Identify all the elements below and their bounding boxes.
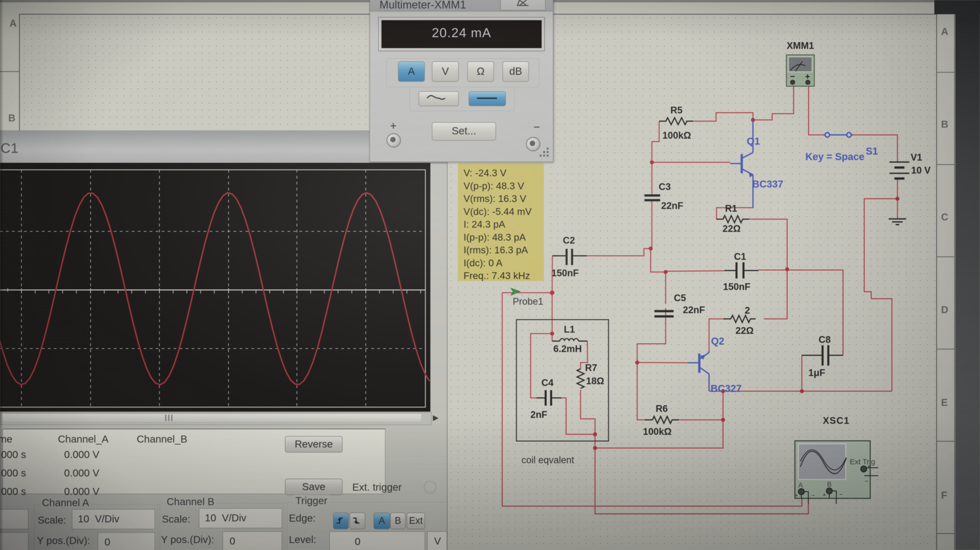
svg-text:XMM1: XMM1 — [787, 40, 814, 51]
svg-text:22Ω: 22Ω — [735, 325, 754, 336]
svg-text:Ext Trig: Ext Trig — [850, 458, 875, 466]
svg-text:−: − — [811, 492, 815, 499]
svg-text:E: E — [941, 397, 948, 408]
svg-text:D: D — [941, 304, 948, 315]
svg-text:L1: L1 — [564, 324, 575, 334]
svg-text:C3: C3 — [659, 182, 671, 192]
svg-text:R6: R6 — [655, 403, 668, 414]
svg-text:150nF: 150nF — [551, 268, 579, 278]
svg-text:−: − — [865, 478, 868, 484]
svg-text:C: C — [941, 211, 948, 222]
svg-text:10 V: 10 V — [911, 165, 931, 176]
svg-text:R5: R5 — [670, 105, 682, 116]
svg-text:150nF: 150nF — [723, 282, 751, 292]
svg-text:A: A — [799, 482, 803, 489]
svg-text:XSC1: XSC1 — [823, 415, 850, 426]
svg-text:Q2: Q2 — [711, 336, 724, 347]
svg-text:V1: V1 — [911, 152, 922, 163]
svg-text:+: + — [805, 71, 810, 81]
svg-text:BC337: BC337 — [752, 179, 783, 190]
svg-text:R7: R7 — [585, 363, 597, 373]
svg-text:A: A — [10, 18, 17, 29]
svg-text:Q1: Q1 — [747, 136, 760, 147]
svg-text:+: + — [795, 492, 798, 499]
svg-text:C4: C4 — [541, 377, 554, 388]
svg-text:22nF: 22nF — [683, 305, 705, 315]
svg-text:18Ω: 18Ω — [586, 376, 604, 386]
svg-text:+: + — [867, 463, 871, 470]
svg-text:B: B — [827, 481, 832, 488]
svg-text:F: F — [941, 490, 947, 501]
svg-text:C8: C8 — [819, 334, 831, 345]
svg-text:coil eqvalent: coil eqvalent — [522, 455, 574, 465]
svg-text:2nF: 2nF — [530, 409, 547, 420]
svg-text:C1: C1 — [734, 251, 746, 262]
svg-text:6.2mH: 6.2mH — [554, 344, 582, 354]
svg-text:B: B — [941, 119, 948, 130]
svg-text:−: − — [839, 491, 843, 498]
svg-text:100kΩ: 100kΩ — [643, 426, 671, 437]
svg-text:R1: R1 — [725, 203, 737, 214]
svg-text:100kΩ: 100kΩ — [662, 130, 691, 141]
svg-text:22nF: 22nF — [661, 200, 683, 211]
svg-text:A: A — [941, 26, 948, 37]
svg-text:Probe1: Probe1 — [513, 296, 543, 307]
svg-text:Key = Space: Key = Space — [805, 151, 864, 162]
svg-text:2: 2 — [745, 305, 750, 315]
svg-text:−: − — [790, 71, 795, 81]
svg-text:S1: S1 — [866, 146, 878, 157]
svg-text:B: B — [8, 113, 16, 124]
svg-text:C5: C5 — [674, 293, 686, 303]
svg-text:BC327: BC327 — [711, 383, 742, 394]
svg-text:22Ω: 22Ω — [722, 223, 741, 234]
svg-text:C2: C2 — [563, 235, 575, 246]
svg-text:1μF: 1μF — [808, 368, 825, 378]
svg-text:+: + — [822, 491, 826, 498]
